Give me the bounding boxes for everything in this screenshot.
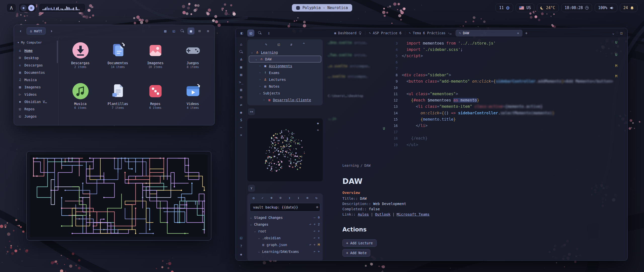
weather-pill[interactable]: 24°C <box>537 4 558 12</box>
tree-item-lectures[interactable]: ›ΔLectures <box>249 76 321 83</box>
book-icon[interactable]: ▥ <box>238 86 244 93</box>
tree-item-subjects[interactable]: ⌄Subjects <box>249 90 321 96</box>
dock-notes-button[interactable]: ▤ <box>28 5 34 11</box>
launcher-button[interactable]: Λ <box>7 3 16 12</box>
clear-input-icon[interactable]: ⊗ <box>316 205 318 209</box>
dice-icon[interactable]: ⊡ <box>238 94 244 100</box>
folder-item-documentos[interactable]: Documentos 14 items <box>99 41 137 79</box>
back-button[interactable]: ‹ <box>17 27 24 35</box>
clock-pill[interactable]: 18:08:28 <box>561 4 592 12</box>
files-icon[interactable]: ◱ <box>247 29 254 37</box>
tab-list-icon[interactable]: ⌄ <box>610 29 617 37</box>
add-lecture-button[interactable]: + Add Lecture <box>342 239 377 247</box>
git-row-learning-daw-exams[interactable]: ⌄Learning/DAW/Exams↶+ <box>247 248 323 255</box>
search-icon[interactable] <box>256 29 263 37</box>
tree-item-desarrollo-cliente[interactable]: ›▥Desarrollo-Cliente <box>249 96 321 103</box>
canvas-icon[interactable]: ▦ <box>238 64 244 70</box>
volume-pill[interactable]: 100% <box>595 4 617 12</box>
new-folder-icon[interactable]: ◱ <box>275 41 282 48</box>
git-row-graph-json[interactable]: ▤graph.json↶+M <box>247 241 323 248</box>
note-breadcrumb[interactable]: Learning / DAW <box>342 163 371 167</box>
tree-item-exams[interactable]: ›!Exams <box>249 69 321 76</box>
commit-message-input[interactable] <box>250 203 320 212</box>
tree-item-assignments[interactable]: ›▣Assignments <box>249 62 321 69</box>
sidebar-item-repos[interactable]: ◱Repos <box>16 105 56 113</box>
unstage-all-icon[interactable]: ⊖ <box>278 195 283 200</box>
folder-item-repos[interactable]: Repos 6 items <box>137 82 174 120</box>
sidebar-item-musica[interactable]: ♫Musica <box>16 76 56 83</box>
graph-filter-icon[interactable]: ⌖ <box>315 127 321 133</box>
local-graph-chip[interactable]: ⊶ <box>248 108 255 115</box>
sidebar-item-home[interactable]: ⌂Home <box>16 47 56 54</box>
sort-icon[interactable]: ⇵ <box>288 41 295 48</box>
notifications-pill[interactable]: 24 <box>620 4 637 12</box>
folder-item-musica[interactable]: Musica 6 items <box>62 82 99 120</box>
close-tab-icon[interactable]: × <box>513 31 519 35</box>
folder-item-imagenes[interactable]: Imagenes 10 items <box>137 41 174 79</box>
keyboard-layout-pill[interactable]: US <box>516 4 534 12</box>
view-grid-icon[interactable]: ▦ <box>187 27 194 35</box>
sidebar-item-imagenes[interactable]: ▨Imagenes <box>16 83 56 91</box>
switcher-icon[interactable]: ⇄ <box>238 101 244 108</box>
forward-button[interactable]: › <box>48 27 55 35</box>
close-icon[interactable]: × <box>238 132 244 138</box>
tree-item-notes[interactable]: ›▤Notes <box>249 83 321 90</box>
link-aules[interactable]: Aules <box>358 212 369 216</box>
search-icon[interactable] <box>179 27 186 35</box>
home-icon[interactable]: ⌂ <box>238 41 244 47</box>
dock-power-button[interactable]: ◉ <box>20 5 27 11</box>
pull-icon[interactable]: ↧ <box>296 195 301 200</box>
tab-daw[interactable]: ✎DAW× <box>456 30 522 37</box>
link-microsoft-teams[interactable]: Microsoft Teams <box>397 212 430 216</box>
folder-item-descargas[interactable]: Descargas 2 items <box>62 41 99 79</box>
git-chip[interactable]: ⋎ <box>248 185 255 192</box>
currency-icon[interactable]: $ <box>238 117 244 123</box>
sidebar-item-juegos[interactable]: ◱Juegos <box>16 113 56 120</box>
calendar-icon[interactable]: ▤ <box>238 71 244 78</box>
stage-all-icon[interactable]: ⊕ <box>269 195 274 200</box>
add-note-button[interactable]: + Add Note <box>342 249 370 257</box>
push-icon[interactable]: ↥ <box>287 195 292 200</box>
media-icon[interactable]: ▨ <box>162 27 169 35</box>
git-row-root[interactable]: ⌄root↶+ <box>247 228 323 234</box>
tab-dashboard[interactable]: ▦Dashboard <box>331 30 365 37</box>
commit-all-icon[interactable]: ✓ <box>260 195 265 200</box>
terminal-icon[interactable]: >_ <box>238 79 244 85</box>
view-list-icon[interactable]: ⊟ <box>196 27 203 35</box>
graph-settings-icon[interactable]: ✱ <box>315 120 321 126</box>
git-row-obsidian[interactable]: ⌄.obsidian↶+ <box>247 234 323 241</box>
split-right-icon[interactable]: ◫ <box>618 29 625 37</box>
tab-tema-6-pr-cticas[interactable]: ✎Tema 6 Prácticas -… <box>406 30 455 37</box>
now-playing-pill[interactable]: Polyphia - Neurotica <box>292 4 352 12</box>
scissors-icon[interactable]: ✂ <box>238 124 244 130</box>
sidebar-item-videos[interactable]: ▷Videos <box>16 91 56 98</box>
git-row-staged-changes[interactable]: ⌄Staged Changes—0 <box>247 214 323 221</box>
collapse-icon[interactable]: ^ <box>300 41 307 48</box>
sidebar-item-documentos[interactable]: ▤Documentos <box>16 69 56 76</box>
window-icon[interactable]: ◱ <box>238 234 244 241</box>
tree-item-learning[interactable]: ⌄ΔLearning <box>249 49 321 56</box>
folder-item-videos[interactable]: Videos 4 items <box>174 82 212 120</box>
breadcrumb[interactable]: ⌂ matt <box>26 27 46 35</box>
tree-item-daw[interactable]: ⌄∩DAW <box>249 56 321 62</box>
bookmarks-icon[interactable]: ▯ <box>265 29 272 37</box>
sidebar-toggle-icon[interactable]: ◧ <box>238 29 245 37</box>
graph-view-canvas[interactable] <box>247 118 323 181</box>
help-icon[interactable]: ? <box>238 243 244 249</box>
menu-icon[interactable]: ≡ <box>205 27 212 35</box>
change-list-icon[interactable]: ≡ <box>305 195 310 200</box>
new-note-icon[interactable]: ✎ <box>263 41 270 48</box>
camera-icon[interactable]: ◉ <box>238 109 244 115</box>
tab-asp-practice-6[interactable]: ✎ASP Practice 6 <box>366 30 405 37</box>
folder-item-juegos[interactable]: Juegos 8 items <box>174 41 212 79</box>
commit-icon[interactable]: ◎ <box>251 195 256 200</box>
sidebar-item-obsidian-v[interactable]: ◆Obsidian V… <box>16 98 56 105</box>
git-row-changes[interactable]: ⌄Changes↶+2 <box>247 221 323 228</box>
link-outlook[interactable]: Outlook <box>375 212 390 216</box>
folder-item-plantillas[interactable]: Plantillas 7 items <box>99 82 137 120</box>
settings-icon[interactable]: ✱ <box>238 251 244 257</box>
git-branch-icon[interactable]: ⋔ <box>238 56 244 62</box>
sidebar-item-desktop[interactable]: ⊡Desktop <box>16 54 56 61</box>
new-folder-icon[interactable]: ◱ <box>170 27 177 35</box>
refresh-icon[interactable]: ↻ <box>314 195 319 200</box>
